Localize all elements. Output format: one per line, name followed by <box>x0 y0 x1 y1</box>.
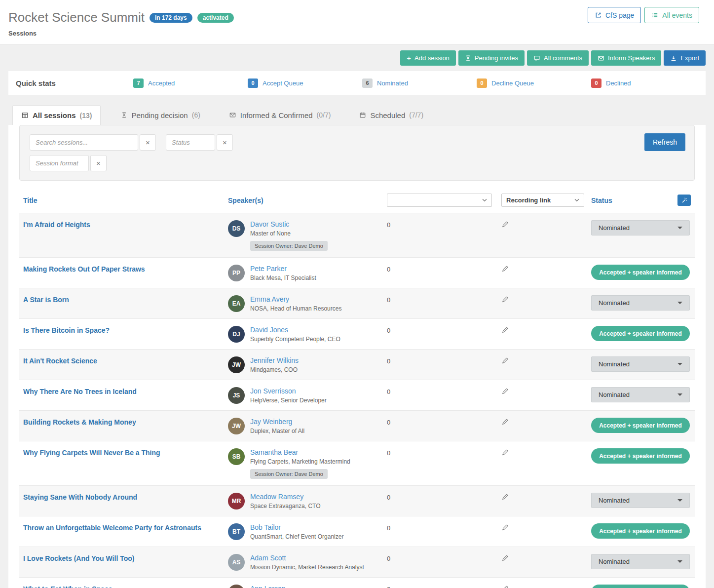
speaker-affiliation: Flying Carpets, Marketing Mastermind <box>250 458 350 465</box>
column-header-title[interactable]: Title <box>23 196 38 204</box>
status-accepted-button[interactable]: Accepted + speaker informed <box>591 585 690 588</box>
stat-label-nominated[interactable]: Nominated <box>377 79 408 87</box>
edit-recording-pencil-icon[interactable] <box>501 418 509 426</box>
speaker-name-link[interactable]: Samantha Bear <box>250 448 350 456</box>
stat-label-accepted[interactable]: Accepted <box>148 79 175 87</box>
speaker-name-link[interactable]: Ann Larson <box>250 585 298 588</box>
session-title-link[interactable]: Why There Are No Trees in Iceland <box>23 386 137 395</box>
cfs-page-button[interactable]: CfS page <box>588 7 641 23</box>
main-content: + Add session Pending invites All commen… <box>0 44 714 588</box>
status-dropdown-label: Nominated <box>599 558 630 565</box>
avatar: BT <box>228 523 245 540</box>
status-accepted-button[interactable]: Accepted + speaker informed <box>591 418 690 433</box>
status-dropdown[interactable]: Nominated <box>591 387 690 402</box>
comment-count: 0 <box>387 418 390 426</box>
speaker-name-link[interactable]: Emma Avery <box>250 295 341 303</box>
inform-speakers-button[interactable]: Inform Speakers <box>591 50 661 66</box>
speaker-name-link[interactable]: Meadow Ramsey <box>250 493 321 501</box>
comment-count: 0 <box>387 220 390 229</box>
status-dropdown[interactable]: Nominated <box>591 295 690 311</box>
search-input[interactable] <box>30 134 138 151</box>
status-filter-input[interactable] <box>166 134 215 151</box>
status-dropdown-label: Nominated <box>599 224 630 232</box>
session-title-link[interactable]: Why Flying Carpets Will Never Be a Thing <box>23 447 160 457</box>
edit-recording-pencil-icon[interactable] <box>501 326 509 334</box>
status-accepted-button[interactable]: Accepted + speaker informed <box>591 523 690 539</box>
table-row: Why There Are No Trees in Iceland JS Jon… <box>19 380 695 411</box>
stat-label-declined[interactable]: Declined <box>606 79 631 87</box>
status-accepted-button[interactable]: Accepted + speaker informed <box>591 448 690 464</box>
clear-status-button[interactable]: × <box>217 134 233 151</box>
avatar: AS <box>228 554 245 571</box>
status-dropdown[interactable]: Nominated <box>591 554 690 569</box>
session-title-link[interactable]: Building Rockets & Making Money <box>23 417 136 426</box>
comment-count: 0 <box>387 326 390 334</box>
all-comments-button[interactable]: All comments <box>527 50 589 66</box>
status-accepted-button[interactable]: Accepted + speaker informed <box>591 326 690 341</box>
session-title-link[interactable]: Making Rockets Out Of Paper Straws <box>23 264 145 273</box>
edit-recording-pencil-icon[interactable] <box>501 295 509 303</box>
status-accepted-button[interactable]: Accepted + speaker informed <box>591 265 690 280</box>
edit-recording-pencil-icon[interactable] <box>501 585 509 588</box>
speaker-name-link[interactable]: Jay Weinberg <box>250 418 304 426</box>
avatar: SB <box>228 448 245 465</box>
edit-recording-pencil-icon[interactable] <box>501 220 509 228</box>
tab-informed-confirmed[interactable]: Informed & Confirmed (0/7) <box>221 105 339 125</box>
tab-all-sessions[interactable]: All sessions (13) <box>12 105 101 125</box>
edit-recording-pencil-icon[interactable] <box>501 523 509 531</box>
edit-recording-pencil-icon[interactable] <box>501 265 509 273</box>
clear-format-button[interactable]: × <box>90 155 107 171</box>
comment-count: 0 <box>387 493 390 501</box>
recording-link-dropdown[interactable]: Recording link <box>501 194 584 207</box>
speaker-name-link[interactable]: Bob Tailor <box>250 523 343 531</box>
speaker-name-link[interactable]: Adam Scott <box>250 554 364 562</box>
status-dropdown[interactable]: Nominated <box>591 220 690 235</box>
clear-search-button[interactable]: × <box>140 134 156 151</box>
caret-down-icon <box>677 393 682 396</box>
magic-wand-button[interactable] <box>677 195 691 206</box>
speaker-affiliation: HelpVerse, Senior Developer <box>250 397 327 404</box>
caret-down-icon <box>677 363 682 365</box>
comment-count: 0 <box>387 387 390 395</box>
hourglass-icon <box>465 55 471 62</box>
speaker-affiliation: Master of None <box>250 230 328 237</box>
edit-recording-pencil-icon[interactable] <box>501 356 509 364</box>
edit-recording-pencil-icon[interactable] <box>501 387 509 395</box>
all-events-button[interactable]: All events <box>644 7 699 23</box>
speaker-name-link[interactable]: Jennifer Wilkins <box>250 356 299 364</box>
speaker-name-link[interactable]: Jon Sverrisson <box>250 387 327 395</box>
session-title-link[interactable]: It Ain't Rocket Science <box>23 355 97 365</box>
status-dropdown[interactable]: Nominated <box>591 356 690 372</box>
hourglass-icon <box>121 112 127 118</box>
session-title-link[interactable]: What to Eat When in Space <box>23 584 112 588</box>
table-grid-icon <box>21 112 29 119</box>
pending-invites-button[interactable]: Pending invites <box>458 50 525 66</box>
edit-recording-pencil-icon[interactable] <box>501 493 509 501</box>
stat-label-accept-queue[interactable]: Accept Queue <box>263 79 303 87</box>
stat-badge: 0 <box>248 78 258 88</box>
session-title-link[interactable]: A Star is Born <box>23 294 69 304</box>
session-title-link[interactable]: Staying Sane With Nobody Around <box>23 492 137 501</box>
avatar: EA <box>228 295 245 312</box>
session-title-link[interactable]: Is There Bitcoin in Space? <box>23 325 110 334</box>
edit-recording-pencil-icon[interactable] <box>501 554 509 562</box>
add-session-button[interactable]: + Add session <box>400 50 456 66</box>
session-title-link[interactable]: I'm Afraid of Heights <box>23 219 90 229</box>
status-dropdown[interactable]: Nominated <box>591 493 690 508</box>
session-format-filter-input[interactable] <box>30 155 89 171</box>
bulk-select-dropdown[interactable] <box>387 194 492 207</box>
table-row: I'm Afraid of Heights DS Davor Sustic Ma… <box>19 213 695 258</box>
tab-scheduled[interactable]: Scheduled (7/7) <box>351 105 432 125</box>
refresh-button[interactable]: Refresh <box>644 133 685 151</box>
session-title-link[interactable]: Throw an Unforgettable Welcome Party for… <box>23 522 201 532</box>
edit-recording-pencil-icon[interactable] <box>501 448 509 456</box>
tab-pending-decision[interactable]: Pending decision (6) <box>113 105 208 125</box>
stat-label-decline-queue[interactable]: Decline Queue <box>491 79 534 87</box>
session-title-link[interactable]: I Love Rockets (And You Will Too) <box>23 553 134 562</box>
speaker-name-link[interactable]: David Jones <box>250 326 340 334</box>
table-row: Making Rockets Out Of Paper Straws PP Pe… <box>19 258 695 288</box>
speaker-name-link[interactable]: Davor Sustic <box>250 220 328 228</box>
speaker-name-link[interactable]: Pete Parker <box>250 265 316 273</box>
export-button[interactable]: Export <box>664 50 706 66</box>
comment-icon <box>533 55 540 62</box>
